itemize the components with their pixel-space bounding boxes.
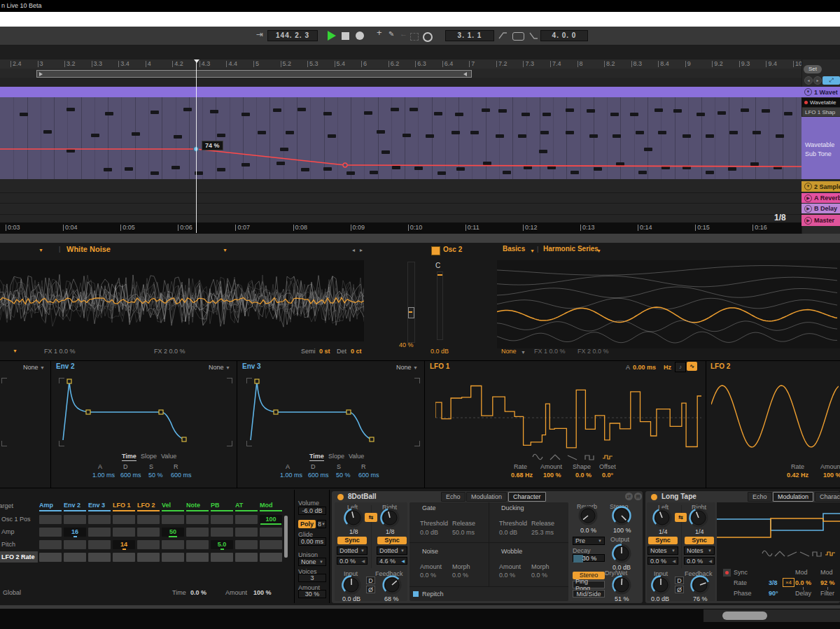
osc1-wavetable-display[interactable] (0, 260, 364, 341)
dry-wet-value[interactable]: 51 % (615, 595, 629, 602)
echo1-feedback-value[interactable]: 68 % (384, 595, 399, 602)
env2-tab-slope[interactable]: Slope (141, 453, 157, 460)
echo2-mod-display[interactable] (717, 505, 840, 547)
gate-release-value[interactable]: 50.0 ms (452, 529, 475, 536)
lfo1-amount[interactable]: 100 % (543, 472, 561, 479)
time-ruler-label[interactable]: 0:04 (63, 225, 78, 231)
lfo-shape-tri-icon[interactable] (774, 548, 786, 556)
matrix-cell[interactable] (211, 553, 233, 562)
time-ruler-label[interactable]: 0:14 (638, 225, 652, 231)
automation-curve[interactable] (0, 97, 802, 179)
env3-attack[interactable]: 1.00 ms (280, 472, 302, 479)
bar-ruler-label[interactable]: 7.4 (550, 61, 561, 67)
time-ruler-label[interactable]: 0:06 (178, 225, 192, 231)
tab-modulation[interactable]: Modulation (773, 492, 813, 502)
prev-automation-icon[interactable]: ◂ (804, 76, 813, 85)
play-button[interactable] (328, 31, 336, 41)
echo2-left-time-knob[interactable] (652, 507, 673, 528)
matrix-cell[interactable] (88, 553, 111, 562)
tab-echo[interactable]: Echo (441, 492, 465, 502)
reverb-knob[interactable] (578, 505, 598, 526)
osc2-wavetable-display[interactable] (497, 260, 840, 348)
lfo-shape-sawdown-icon[interactable] (799, 548, 811, 556)
device-title[interactable]: Long Tape (662, 493, 696, 500)
matrix-cell[interactable]: 14 (113, 540, 135, 549)
lfo1-hz-toggle[interactable]: Hz (664, 364, 671, 371)
matrix-cell[interactable] (88, 515, 111, 524)
echo1-right-mode-select[interactable]: Dotted▼ (377, 546, 407, 555)
matrix-cell[interactable] (186, 515, 209, 524)
osc1-next-table-icon[interactable]: ▸ (360, 247, 363, 254)
bar-ruler-label[interactable]: 3.4 (118, 61, 130, 67)
matrix-cell[interactable] (64, 515, 86, 524)
env2-release[interactable]: 600 ms (171, 472, 192, 479)
bar-ruler-label[interactable]: 5.2 (281, 61, 292, 67)
bar-ruler-label[interactable]: 10 (793, 61, 802, 67)
echo2-delay-mod-value[interactable]: 0.0 % (795, 579, 811, 586)
lfo-shape-sawdown-icon[interactable] (567, 451, 579, 459)
matrix-column-header[interactable]: Vel (162, 502, 171, 509)
next-automation-icon[interactable]: ▸ (813, 76, 822, 85)
arrangement-position-field[interactable]: 144. 2. 3 (267, 30, 318, 41)
draw-mode-icon[interactable]: ✎ (388, 31, 394, 38)
repitch-checkbox[interactable] (413, 591, 419, 597)
echo2-right-mode-select[interactable]: Notes▼ (684, 546, 715, 555)
matrix-cell[interactable] (39, 553, 62, 562)
matrix-cell[interactable] (162, 540, 184, 549)
osc2-pitch[interactable]: C (435, 262, 440, 269)
echo2-input-value[interactable]: 0.0 dB (651, 595, 669, 602)
wobble-amount-value[interactable]: 0.0 % (499, 572, 515, 579)
matrix-cell[interactable] (64, 540, 86, 549)
matrix-cell[interactable] (186, 553, 209, 562)
time-ruler-label[interactable]: 0:08 (293, 225, 308, 231)
set-button[interactable]: Set (804, 65, 822, 73)
echo1-left-sync-button[interactable]: Sync (337, 537, 367, 544)
matrix-column-header[interactable]: LFO 1 (113, 502, 131, 509)
loop-length-field[interactable]: 4. 0. 0 (540, 30, 588, 41)
gate-threshold-value[interactable]: 0.0 dB (420, 529, 438, 536)
bar-ruler-label[interactable]: 9.4 (766, 61, 777, 67)
echo2-filter-mod-value[interactable]: 92 % (820, 579, 835, 586)
poly-mono-toggle[interactable]: Poly (298, 520, 316, 528)
env3-sustain[interactable]: 50 % (336, 472, 351, 479)
echo1-right-time-knob[interactable] (379, 507, 400, 528)
matrix-cell-value[interactable]: 5.0 (211, 541, 233, 548)
punch-in-icon[interactable] (498, 32, 507, 39)
matrix-cell[interactable] (235, 553, 258, 562)
echo2-phase-value[interactable]: 90° (769, 590, 778, 597)
matrix-cell[interactable] (186, 528, 209, 537)
echo2-input-knob[interactable] (650, 574, 671, 595)
osc2-fx-mode-caret-icon[interactable]: ▼ (521, 349, 526, 356)
matrix-cell[interactable] (137, 540, 160, 549)
env2-tab-time[interactable]: Time (122, 453, 136, 461)
playhead[interactable] (196, 59, 197, 233)
global-time-value[interactable]: 0.0 % (190, 589, 206, 596)
lfo-shape-random-icon[interactable] (825, 548, 836, 556)
osc1-wavetable-select[interactable]: White Noise (66, 246, 111, 253)
save-preset-icon[interactable]: ▤ (634, 493, 642, 500)
matrix-cell[interactable]: 16 (64, 528, 86, 537)
noise-checkbox[interactable] (413, 549, 419, 554)
osc2-fx1[interactable]: FX 1 0.0 % (534, 348, 566, 355)
echo1-left-division[interactable]: 1/8 (349, 528, 358, 535)
osc1-gain-value[interactable]: 40 % (399, 341, 414, 348)
matrix-cell[interactable] (235, 515, 258, 524)
matrix-column-header[interactable]: Mod (260, 502, 273, 509)
lfo-shape-square-icon[interactable] (812, 548, 824, 556)
bar-ruler-label[interactable]: 2.4 (10, 61, 22, 67)
matrix-cell[interactable] (88, 540, 111, 549)
matrix-cell[interactable] (211, 528, 233, 537)
time-ruler-label[interactable]: 0:11 (465, 225, 479, 231)
tab-modulation[interactable]: Modulation (466, 492, 507, 502)
matrix-cell-value[interactable]: 50 (162, 528, 184, 535)
echo1-phase-toggle[interactable]: Ø (366, 586, 375, 593)
env2-tab-value[interactable]: Value (161, 453, 176, 460)
lfo-shape-tri-icon[interactable] (550, 451, 561, 459)
matrix-cell[interactable] (137, 528, 160, 537)
time-ruler-label[interactable]: 0:15 (695, 225, 710, 231)
session-record-button[interactable] (423, 32, 433, 42)
loop-brace[interactable] (36, 70, 472, 78)
clip-title-bar[interactable] (0, 87, 802, 97)
osc1-fx2[interactable]: FX 2 0.0 % (154, 348, 186, 355)
osc2-category-select[interactable]: Basics (503, 246, 525, 253)
